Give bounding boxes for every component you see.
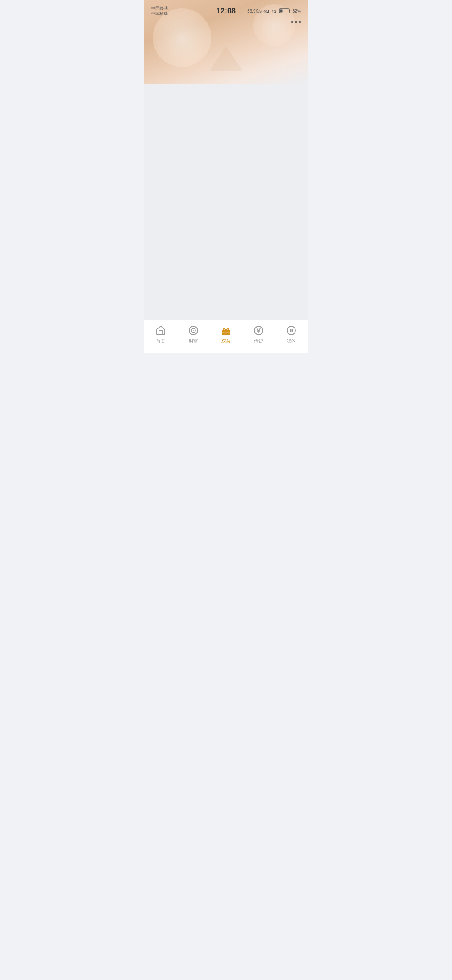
- signal-bars-icon: 4G: [272, 8, 277, 13]
- mine-icon: [285, 325, 297, 336]
- main-content: [144, 84, 308, 320]
- svg-rect-2: [268, 10, 269, 13]
- svg-rect-1: [267, 12, 268, 13]
- tab-bar: 首页 财富: [144, 320, 308, 353]
- dot1: [291, 21, 293, 23]
- tab-home[interactable]: 首页: [144, 325, 177, 344]
- 4g-signal-1-icon: 4G: [263, 8, 271, 13]
- loan-icon: [253, 325, 265, 336]
- svg-rect-22: [290, 329, 291, 332]
- tab-loan[interactable]: 借贷: [242, 325, 275, 344]
- svg-rect-9: [280, 10, 282, 13]
- tab-rights[interactable]: 权益: [210, 325, 242, 344]
- network-speed: 33.9K/s: [247, 9, 262, 13]
- battery-percent: 32%: [293, 9, 301, 13]
- svg-point-14: [226, 328, 227, 329]
- more-button[interactable]: [291, 21, 301, 23]
- carrier2-label: 中国移动: [151, 11, 168, 16]
- svg-rect-23: [292, 329, 293, 332]
- wealth-icon: [187, 325, 199, 336]
- screen: 中国移动 中国移动 12:08 33.9K/s 4G 4G: [144, 0, 308, 353]
- signal-icons: 4G 4G: [263, 8, 277, 13]
- home-icon: [155, 325, 167, 336]
- tab-loan-label: 借贷: [254, 338, 263, 344]
- svg-rect-5: [275, 12, 276, 13]
- svg-rect-3: [270, 9, 270, 13]
- dot3: [299, 21, 301, 23]
- tab-wealth[interactable]: 财富: [177, 325, 210, 344]
- tab-home-label: 首页: [156, 338, 165, 344]
- svg-rect-8: [289, 10, 290, 12]
- carrier1-label: 中国移动: [151, 5, 168, 11]
- status-right: 33.9K/s 4G 4G: [247, 8, 301, 14]
- tab-mine-label: 我的: [287, 338, 296, 344]
- tab-mine[interactable]: 我的: [275, 325, 308, 344]
- svg-point-21: [287, 326, 295, 335]
- status-bar: 中国移动 中国移动 12:08 33.9K/s 4G 4G: [144, 0, 308, 18]
- rights-icon: [220, 325, 232, 336]
- battery-icon: [279, 8, 291, 14]
- tab-wealth-label: 财富: [189, 338, 198, 344]
- deco-triangle: [209, 46, 243, 71]
- dot2: [295, 21, 297, 23]
- carrier-info: 中国移动 中国移动: [151, 5, 168, 16]
- clock: 12:08: [216, 7, 236, 15]
- svg-rect-6: [277, 10, 277, 13]
- svg-point-12: [193, 330, 194, 331]
- tab-rights-label: 权益: [221, 338, 231, 344]
